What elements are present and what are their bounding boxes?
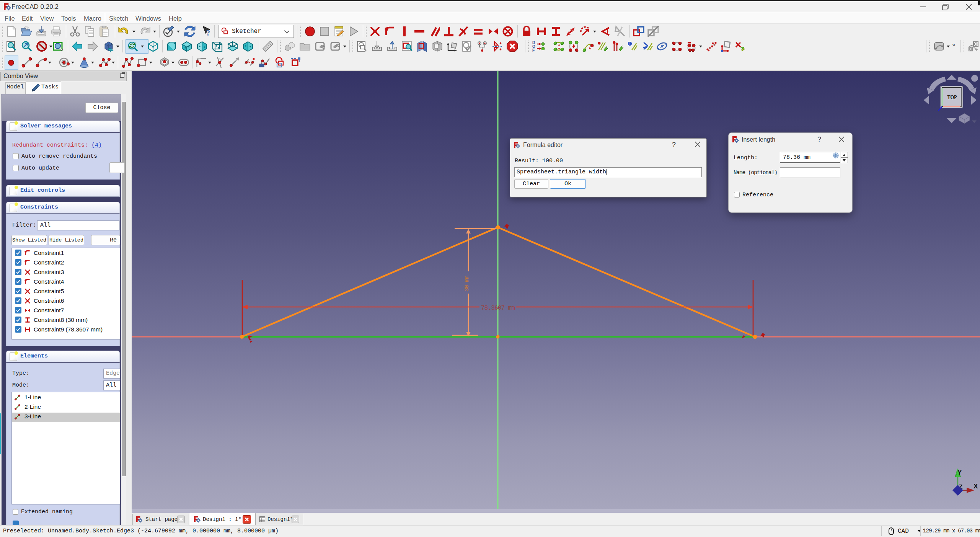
- svg-text:78.3607 mm: 78.3607 mm: [481, 305, 515, 312]
- svg-text:TOP: TOP: [947, 94, 957, 100]
- svg-text:X: X: [973, 483, 978, 490]
- svg-text:30 mm: 30 mm: [464, 276, 470, 291]
- svg-text:Y: Y: [957, 469, 962, 476]
